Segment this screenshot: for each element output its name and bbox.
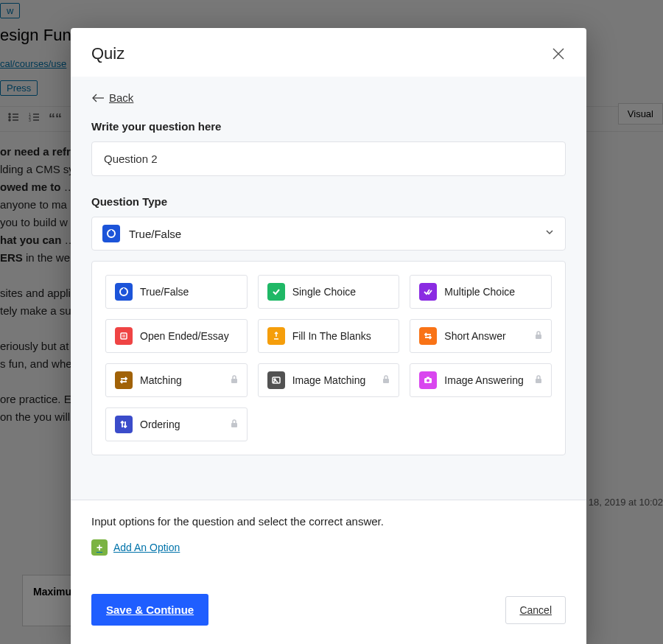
back-link[interactable]: Back (91, 91, 133, 104)
chevron-down-icon (544, 227, 555, 240)
arrow-left-icon (91, 94, 105, 102)
lock-icon (229, 419, 239, 431)
fill-blanks-icon (267, 327, 285, 345)
lock-icon (533, 330, 544, 343)
cancel-button[interactable]: Cancel (505, 596, 566, 624)
add-option-label: Add An Option (113, 542, 180, 553)
option-label: Ordering (140, 419, 180, 430)
question-input[interactable] (91, 141, 566, 176)
option-label: Matching (140, 374, 182, 386)
options-instructions: Input options for the question and selec… (91, 515, 566, 528)
option-true-false[interactable]: True/False (105, 275, 248, 309)
selected-type: True/False (129, 228, 555, 240)
svg-rect-18 (123, 288, 124, 292)
double-check-icon (419, 283, 437, 301)
svg-rect-27 (231, 379, 237, 383)
option-ordering[interactable]: Ordering (105, 407, 248, 441)
svg-rect-33 (427, 377, 429, 379)
essay-icon (115, 327, 133, 345)
image-matching-icon (267, 371, 285, 389)
option-label: True/False (140, 286, 189, 298)
option-label: Multiple Choice (444, 286, 515, 298)
true-false-icon (115, 283, 133, 301)
svg-rect-19 (121, 333, 127, 339)
option-label: Image Matching (292, 374, 366, 386)
option-fill-blanks[interactable]: Fill In The Blanks (258, 319, 400, 353)
ordering-icon (115, 416, 133, 433)
matching-icon (115, 371, 133, 389)
true-false-icon (102, 225, 120, 242)
question-label: Write your question here (91, 120, 566, 133)
svg-point-32 (427, 379, 429, 382)
check-icon (267, 283, 285, 301)
quiz-modal: Quiz Back Write your question here Quest… (71, 28, 586, 644)
option-image-matching[interactable]: Image Matching (258, 363, 400, 397)
lock-icon (381, 374, 391, 387)
save-continue-button[interactable]: Save & Continue (91, 594, 208, 626)
option-label: Open Ended/Essay (140, 330, 229, 342)
lock-icon (533, 374, 544, 387)
option-short-answer[interactable]: Short Answer (410, 319, 552, 353)
option-label: Short Answer (444, 330, 505, 342)
svg-rect-24 (536, 335, 541, 339)
back-label: Back (109, 91, 133, 104)
close-button[interactable] (551, 46, 566, 61)
plus-icon: + (91, 539, 108, 556)
option-label: Fill In The Blanks (292, 330, 371, 342)
question-type-select[interactable]: True/False (91, 217, 566, 251)
short-answer-icon (419, 327, 437, 345)
option-label: Single Choice (292, 286, 356, 298)
svg-rect-37 (231, 423, 237, 427)
svg-rect-30 (383, 379, 389, 383)
question-type-options: True/False Single Choice Multiple Choice… (91, 261, 566, 455)
option-open-ended[interactable]: Open Ended/Essay (105, 319, 248, 353)
option-image-answering[interactable]: Image Answering (410, 363, 552, 397)
modal-title: Quiz (91, 44, 124, 63)
svg-rect-16 (110, 230, 112, 234)
camera-icon (419, 371, 437, 389)
question-type-label: Question Type (91, 195, 566, 208)
svg-rect-34 (536, 379, 541, 383)
option-single-choice[interactable]: Single Choice (258, 275, 400, 309)
add-option-button[interactable]: + Add An Option (91, 539, 180, 556)
option-matching[interactable]: Matching (105, 363, 248, 397)
option-multiple-choice[interactable]: Multiple Choice (410, 275, 552, 309)
option-label: Image Answering (444, 374, 523, 386)
lock-icon (229, 374, 239, 387)
